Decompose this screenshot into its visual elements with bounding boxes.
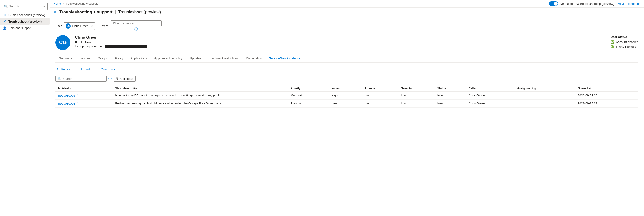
external-link-icon: ↗: [76, 93, 78, 96]
provide-feedback-link[interactable]: Provide feedback: [617, 2, 640, 5]
incident-caller-1: Chris Green: [466, 92, 514, 100]
col-urgency[interactable]: Urgency: [361, 85, 398, 92]
add-filters-label: Add filters: [120, 77, 133, 80]
content-area: User CG Chris Green ✕ Device ⓘ: [50, 17, 644, 216]
troubleshoot-icon: ✕: [3, 19, 6, 23]
tabs: Summary Devices Groups Policy Applicatio…: [55, 55, 638, 62]
tab-servicenow-incidents[interactable]: ServiceNow incidents: [265, 55, 304, 62]
col-status[interactable]: Status: [434, 85, 466, 92]
sidebar-item-label: Guided scenarios (preview): [8, 13, 45, 17]
search-bar: 🔍 ⓘ ⧉ Add filters: [55, 76, 638, 82]
tab-summary[interactable]: Summary: [55, 55, 76, 62]
user-status: User status ✅ Account enabled ✅ Intune l…: [601, 35, 638, 49]
user-filter-group: User CG Chris Green ✕: [55, 22, 95, 30]
col-incident[interactable]: Incident ↓: [55, 85, 112, 92]
col-description[interactable]: Short description: [112, 85, 288, 92]
incident-impact-1: High: [328, 92, 361, 100]
col-impact[interactable]: Impact: [328, 85, 361, 92]
table-search-box[interactable]: 🔍: [55, 76, 106, 82]
tab-devices[interactable]: Devices: [76, 55, 94, 62]
col-opened[interactable]: Opened at: [575, 85, 638, 92]
sidebar-item-label: Help and support: [8, 26, 32, 30]
sidebar-item-help[interactable]: 👤 Help and support: [0, 25, 50, 31]
sidebar-item-troubleshoot[interactable]: ✕ Troubleshoot (preview): [0, 18, 50, 25]
incident-impact-2: Low: [328, 100, 361, 107]
user-info: Chris Green Email: None User principal n…: [75, 35, 147, 49]
account-enabled-label: Account enabled: [616, 40, 638, 44]
user-card: CG Chris Green Email: None User principa…: [55, 35, 638, 50]
tab-groups[interactable]: Groups: [94, 55, 112, 62]
export-label: Export: [81, 67, 90, 71]
incident-description-1: Issue with my PC not starting up correct…: [112, 92, 288, 100]
device-info-icon[interactable]: ⓘ: [134, 27, 138, 31]
breadcrumb-home[interactable]: Home: [54, 2, 61, 5]
col-caller[interactable]: Caller: [466, 85, 514, 92]
tab-updates[interactable]: Updates: [186, 55, 205, 62]
incidents-table-wrap: Incident ↓ Short description Priority Im…: [55, 85, 638, 108]
search-icon: 🔍: [4, 5, 8, 8]
topbar-right: Default to new troubleshooting (preview)…: [549, 1, 640, 6]
help-icon: 👤: [3, 26, 6, 30]
col-impact-label: Impact: [331, 87, 340, 90]
columns-button[interactable]: ☰ Columns ▾: [95, 66, 117, 72]
search-info-button[interactable]: ⓘ: [108, 76, 112, 81]
filter-bar: User CG Chris Green ✕ Device ⓘ: [55, 20, 638, 31]
status-intune-licensed: ✅ Intune licensed: [610, 45, 638, 48]
incident-urgency-2: Low: [361, 100, 398, 107]
tab-app-protection[interactable]: App protection policy: [150, 55, 186, 62]
intune-licensed-label: Intune licensed: [616, 45, 636, 48]
upn-label: User principal name:: [75, 45, 102, 48]
col-assignment-label: Assignment gr...: [517, 87, 539, 90]
external-link-icon: ↗: [76, 101, 78, 104]
col-assignment[interactable]: Assignment gr...: [514, 85, 575, 92]
page-title: Troubleshooting + support: [59, 10, 112, 15]
page-more-button[interactable]: ···: [164, 10, 167, 14]
sidebar-search-input[interactable]: [9, 5, 42, 8]
col-caller-label: Caller: [468, 87, 476, 90]
page-separator: |: [115, 10, 116, 15]
table-row: INC0010002 ↗ Problem accessing my Androi…: [55, 100, 638, 107]
refresh-button[interactable]: ↻ Refresh: [55, 66, 73, 72]
incidents-table: Incident ↓ Short description Priority Im…: [55, 85, 638, 108]
col-incident-label: Incident: [58, 87, 69, 90]
tab-enrollment-restrictions[interactable]: Enrollment restrictions: [205, 55, 242, 62]
user-tag: CG Chris Green ✕: [64, 22, 95, 30]
refresh-icon: ↻: [57, 67, 60, 71]
col-priority[interactable]: Priority: [288, 85, 328, 92]
export-button[interactable]: ↓ Export: [77, 66, 92, 72]
incident-assignment-2: [514, 100, 575, 107]
sidebar-item-guided-scenarios[interactable]: ⊞ Guided scenarios (preview): [0, 12, 50, 18]
device-filter-group: Device ⓘ: [100, 20, 162, 31]
toggle-group: Default to new troubleshooting (preview): [549, 1, 614, 6]
new-troubleshooting-toggle[interactable]: [549, 1, 558, 6]
incident-priority-2: Planning: [288, 100, 328, 107]
sidebar-collapse-button[interactable]: «: [43, 4, 46, 8]
col-severity[interactable]: Severity: [398, 85, 434, 92]
columns-label: Columns: [101, 67, 112, 71]
device-filter-input-box[interactable]: [110, 20, 162, 26]
incident-assignment-1: [514, 92, 575, 100]
device-filter-input[interactable]: [113, 22, 159, 25]
add-filters-button[interactable]: ⧉ Add filters: [114, 76, 136, 82]
user-upn: User principal name:: [75, 45, 147, 48]
tab-applications[interactable]: Applications: [127, 55, 150, 62]
col-description-label: Short description: [115, 87, 138, 90]
table-header-row: Incident ↓ Short description Priority Im…: [55, 85, 638, 92]
table-row: INC0010003 ↗ Issue with my PC not starti…: [55, 92, 638, 100]
incident-status-1: New: [434, 92, 466, 100]
user-filter-label: User: [55, 24, 62, 28]
email-value: None: [85, 41, 92, 44]
incident-status-2: New: [434, 100, 466, 107]
incident-id-1[interactable]: INC0010003 ↗: [55, 92, 112, 100]
tab-diagnostics[interactable]: Diagnostics: [242, 55, 265, 62]
table-search-input[interactable]: [62, 77, 104, 80]
page-subtitle: Troubleshoot (preview): [118, 10, 161, 15]
sidebar-search-box[interactable]: 🔍 «: [2, 3, 48, 10]
export-icon: ↓: [78, 67, 80, 71]
columns-chevron-icon: ▾: [114, 67, 116, 71]
user-tag-close-button[interactable]: ✕: [90, 24, 93, 28]
incident-id-2[interactable]: INC0010002 ↗: [55, 100, 112, 107]
tab-policy[interactable]: Policy: [112, 55, 127, 62]
incident-severity-1: Low: [398, 92, 434, 100]
topbar: Home > Troubleshooting + support Default…: [50, 0, 644, 8]
